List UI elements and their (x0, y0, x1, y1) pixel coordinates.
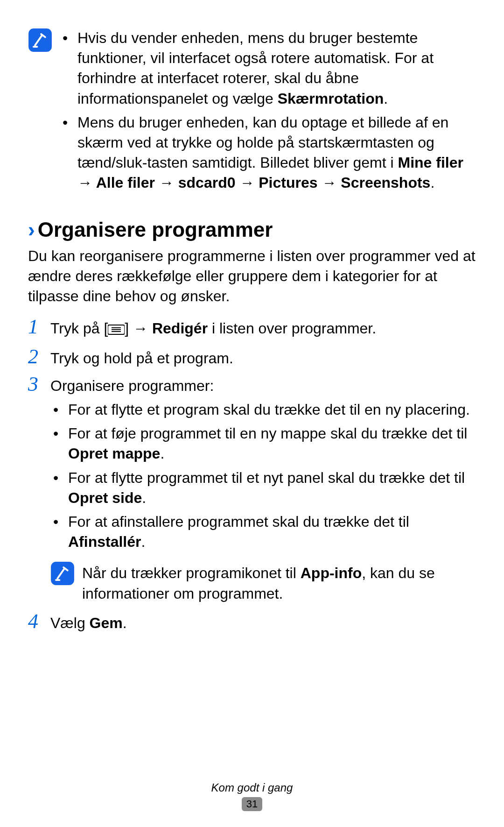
step-number: 3 (28, 373, 50, 395)
text: . (123, 615, 127, 631)
page-number-badge: 31 (242, 797, 262, 811)
bold-text: Redigér (152, 320, 208, 337)
step-3: 3 Organisere programmer: For at flytte e… (28, 373, 476, 556)
svg-rect-0 (28, 28, 52, 52)
text: Tryk på [ (50, 320, 108, 337)
section-intro: Du kan reorganisere programmerne i liste… (28, 246, 476, 307)
bold-text: Opret side (68, 489, 142, 506)
bold-text: Gem (90, 615, 123, 631)
note-icon (28, 28, 55, 52)
text: . (141, 533, 145, 550)
text: For at flytte et program skal du trække … (68, 401, 470, 418)
text: . (384, 90, 388, 107)
text: ] → (125, 320, 152, 337)
text: . (430, 174, 434, 191)
text: i listen over programmer. (208, 320, 376, 337)
note-block-top: Hvis du vender enheden, mens du bruger b… (28, 28, 476, 197)
step-4: 4 Vælg Gem. (28, 610, 476, 633)
sub-bullet: For at flytte et program skal du trække … (68, 400, 476, 420)
text: For at flytte programmet til et nyt pane… (68, 469, 465, 486)
heading-text: Organisere programmer (38, 218, 273, 241)
text: . (142, 489, 146, 506)
step-number: 1 (28, 316, 50, 337)
text: . (160, 445, 164, 462)
step-body: Tryk på [] → Redigér i listen over progr… (50, 316, 476, 340)
page-footer: Kom godt i gang 31 (0, 781, 504, 811)
step-body: Tryk og hold på et program. (50, 346, 476, 368)
text: Når du trækker programikonet til (82, 565, 301, 581)
section-heading: ›Organisere programmer (28, 216, 476, 243)
step-number: 4 (28, 610, 50, 632)
step-lead: Organisere programmer: (50, 376, 476, 396)
step-1: 1 Tryk på [] → Redigér i listen over pro… (28, 316, 476, 340)
note-icon (50, 561, 77, 586)
step-2: 2 Tryk og hold på et program. (28, 346, 476, 368)
sub-bullet: For at flytte programmet til et nyt pane… (68, 468, 476, 508)
step-body: Organisere programmer: For at flytte et … (50, 373, 476, 556)
note-body: Hvis du vender enheden, mens du bruger b… (60, 28, 476, 197)
note-bullet: Mens du bruger enheden, kan du optage et… (77, 113, 476, 193)
menu-icon (108, 320, 125, 340)
bold-text: App-info (301, 565, 362, 581)
bold-text: Skærmrotation (278, 90, 384, 107)
sub-bullet: For at afinstallere programmet skal du t… (68, 512, 476, 552)
bold-text: Opret mappe (68, 445, 160, 462)
text: For at afinstallere programmet skal du t… (68, 513, 409, 530)
text: Mens du bruger enheden, kan du optage et… (77, 114, 448, 171)
bold-text: Afinstallér (68, 533, 141, 550)
chevron-icon: › (28, 218, 35, 241)
sub-bullet: For at føje programmet til en ny mappe s… (68, 424, 476, 464)
note-body: Når du trækker programikonet til App-inf… (82, 561, 476, 603)
text: For at føje programmet til en ny mappe s… (68, 425, 467, 442)
svg-rect-5 (51, 562, 74, 585)
note-block-inner: Når du trækker programikonet til App-inf… (50, 561, 476, 603)
step-number: 2 (28, 346, 50, 367)
note-bullet: Hvis du vender enheden, mens du bruger b… (77, 28, 476, 109)
text: Vælg (50, 615, 90, 631)
chapter-name: Kom godt i gang (0, 781, 504, 794)
step-body: Vælg Gem. (50, 610, 476, 633)
